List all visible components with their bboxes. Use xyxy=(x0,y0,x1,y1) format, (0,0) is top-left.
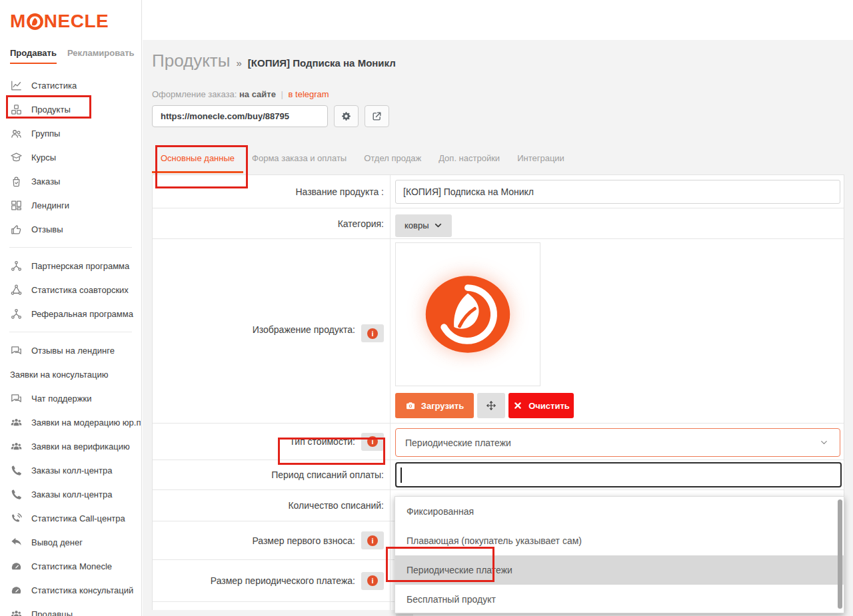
sidebar-item[interactable]: Заказы колл-центра xyxy=(0,458,141,482)
product-url-input[interactable] xyxy=(152,105,328,127)
dropdown-option[interactable]: Периодические платежи xyxy=(395,555,844,585)
product-name-input[interactable] xyxy=(395,180,840,204)
sidebar-item-label: Заявки на консультацию xyxy=(10,370,108,380)
sidebar-item[interactable]: Заявки на модерацию юр.п xyxy=(0,410,141,434)
sidebar-item-label: Заказы колл-центра xyxy=(31,465,112,475)
sidebar-item[interactable]: Продукты xyxy=(0,97,141,121)
sidebar-item[interactable]: Курсы xyxy=(0,145,141,169)
network-icon xyxy=(10,308,23,320)
category-select-button[interactable]: ковры xyxy=(395,214,452,237)
sidebar-item[interactable]: Отзывы на лендинге xyxy=(0,338,141,362)
sidebar-item[interactable]: Чат поддержки xyxy=(0,386,141,410)
move-icon xyxy=(486,400,496,411)
comments-icon xyxy=(10,344,23,357)
price-type-label: Тип стоимости: xyxy=(289,436,355,447)
dropdown-search-input[interactable] xyxy=(395,462,842,487)
url-settings-button[interactable] xyxy=(334,105,359,127)
comments-icon xyxy=(10,392,23,405)
logo-text-prefix: M xyxy=(10,11,26,32)
sidebar-item[interactable]: Заявки на верификацию xyxy=(0,434,141,458)
price-type-dropdown: ФиксированнаяПлавающая (покупатель указы… xyxy=(395,496,844,613)
tab[interactable]: Отдел продаж xyxy=(355,149,430,173)
layout-icon xyxy=(10,199,23,212)
sidebar-item[interactable]: Лендинги xyxy=(0,193,141,217)
sidebar-item[interactable]: Статистика Monecle xyxy=(0,554,141,578)
sidebar-item-label: Статистика консультаций xyxy=(31,585,133,595)
sidebar-item-label: Вывод денег xyxy=(31,537,83,547)
dropdown-option[interactable]: Фиксированная xyxy=(395,497,844,526)
product-image-label: Изображение продукта: xyxy=(253,324,355,335)
sidebar-item[interactable]: Отзывы xyxy=(0,217,141,241)
external-link-icon xyxy=(371,111,383,122)
dropdown-option[interactable]: Плавающая (покупатель указывает сам) xyxy=(395,526,844,555)
price-type-select[interactable]: Периодические платежи xyxy=(395,428,840,457)
reposition-image-button[interactable] xyxy=(477,393,505,418)
sidebar-item-label: Лендинги xyxy=(31,200,69,210)
sidebar-item[interactable]: Группы xyxy=(0,121,141,145)
reply-arrow-icon xyxy=(10,536,23,549)
sidebar-item-label: Заявки на верификацию xyxy=(31,442,130,452)
form-row-payment-period: Период списаний оплаты: xyxy=(153,460,844,490)
form-row-price-type: Тип стоимости: i Периодические платежи xyxy=(153,424,844,460)
sidebar-item[interactable]: Заявки на консультацию xyxy=(0,362,141,386)
order-section: Оформление заказа: на сайте | в telegram xyxy=(152,89,853,127)
form-row-product-name: Название продукта : xyxy=(153,175,844,208)
line-chart-icon xyxy=(10,79,23,92)
sidebar-tab[interactable]: Рекламировать xyxy=(67,48,135,64)
sidebar-item[interactable]: Заказы xyxy=(0,169,141,193)
shopping-bag-icon xyxy=(10,175,23,188)
tab[interactable]: Форма заказа и оплаты xyxy=(243,149,355,173)
clear-image-button[interactable]: Очистить xyxy=(508,393,574,418)
sidebar-item[interactable]: Статистика xyxy=(0,73,141,97)
users-icon xyxy=(10,127,23,140)
sidebar-item-label: Группы xyxy=(31,129,60,139)
dropdown-option[interactable]: Бесплатный продукт xyxy=(395,585,844,613)
url-row xyxy=(152,105,853,127)
sidebar-item-label: Статистика соавторских xyxy=(31,285,129,295)
recurring-payment-label: Размер периодического платежа: xyxy=(211,575,355,586)
sidebar-tab[interactable]: Продавать xyxy=(10,48,57,64)
order-format-label: Оформление заказа: xyxy=(152,89,237,99)
charge-count-label: Количество списаний: xyxy=(288,500,384,511)
sidebar-item[interactable]: Статистика Call-центра xyxy=(0,506,141,530)
info-icon[interactable]: i xyxy=(361,324,384,342)
sidebar-item[interactable]: Статистика консультаций xyxy=(0,578,141,602)
info-icon[interactable]: i xyxy=(361,572,384,590)
tab[interactable]: Доп. настройки xyxy=(430,149,508,173)
upload-image-button[interactable]: Загрузить xyxy=(395,393,474,418)
sidebar-item-label: Продавцы xyxy=(31,609,73,616)
order-telegram-link[interactable]: в telegram xyxy=(289,89,329,99)
price-type-value: Периодические платежи xyxy=(405,438,511,448)
sidebar-item[interactable]: Заказы колл-центра xyxy=(0,482,141,506)
content-area: Продукты » [КОПИЯ] Подписка на Моникл Оф… xyxy=(143,40,853,616)
sidebar-item[interactable]: Реферальная программа xyxy=(0,302,141,326)
users-filled-icon xyxy=(10,416,23,429)
product-logo-image xyxy=(420,270,516,358)
cubes-icon xyxy=(10,103,23,116)
breadcrumb-parent[interactable]: Продукты xyxy=(152,51,230,71)
tab[interactable]: Основные данные xyxy=(152,149,243,173)
sidebar: M NECLE ПродаватьРекламировать Статистик… xyxy=(0,0,142,616)
sidebar-item-label: Заказы xyxy=(31,176,60,186)
sidebar-item[interactable]: Партнерская программа xyxy=(0,254,141,278)
sidebar-item[interactable]: Вывод денег xyxy=(0,530,141,554)
sidebar-item[interactable]: Статистика соавторских xyxy=(0,278,141,302)
thumbs-up-icon xyxy=(10,223,23,236)
monecle-logo[interactable]: M NECLE xyxy=(0,0,141,32)
dropdown-scrollbar[interactable] xyxy=(838,499,842,609)
upload-label: Загрузить xyxy=(421,401,464,411)
tab[interactable]: Интеграции xyxy=(508,149,573,173)
info-icon[interactable]: i xyxy=(361,433,384,451)
open-url-button[interactable] xyxy=(365,105,389,127)
sidebar-item-label: Продукты xyxy=(31,105,71,115)
order-on-site-link[interactable]: на сайте xyxy=(239,89,276,99)
product-tabs: Основные данныеФорма заказа и оплатыОтде… xyxy=(152,149,853,173)
product-name-label: Название продукта : xyxy=(295,186,384,197)
category-label: Категория: xyxy=(338,218,384,229)
sidebar-item-label: Статистика Call-центра xyxy=(31,513,125,523)
gauge-icon xyxy=(10,560,23,573)
sidebar-item[interactable]: Продавцы xyxy=(0,602,141,616)
product-image-preview xyxy=(395,242,540,386)
category-value: ковры xyxy=(405,220,429,230)
info-icon[interactable]: i xyxy=(361,531,384,549)
